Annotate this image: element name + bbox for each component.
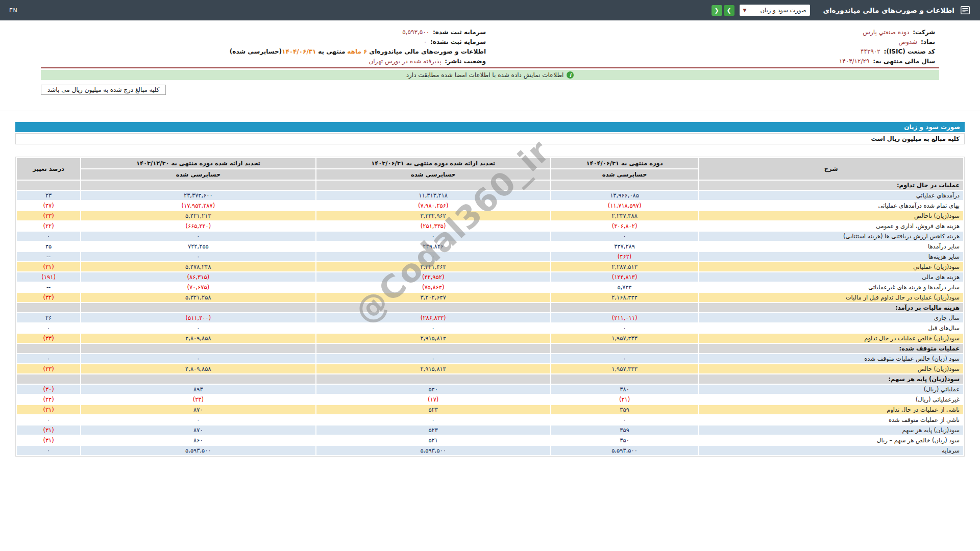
value-cell: (۴۶۲) (551, 252, 699, 262)
value-cell (81, 180, 315, 190)
period-middle: منتهی به (318, 48, 345, 55)
change-percent-cell (16, 180, 81, 190)
nav-next-button[interactable]: ❯ (724, 5, 734, 16)
statement-row: ناشي از عملیات متوقف شده۰۰۰۰ (16, 415, 964, 425)
value-cell: ۳۴۷,۲۸۹ (551, 241, 699, 252)
info-value: دوده صنعتي پارس (863, 29, 911, 36)
value-cell: ۵,۴۷۸,۲۴۸ (81, 262, 315, 272)
statement-row: سال‌های قبل۰۰۰۰ (16, 323, 964, 333)
value-cell: (۲۱۱,۰۱۱) (551, 313, 699, 323)
change-percent-cell: (۳۳) (16, 364, 81, 374)
value-cell (81, 303, 315, 313)
unregistered-capital-field: سرمایه ثبت نشده: ۰ (41, 37, 490, 46)
statement-title-bar: صورت سود و زیان (15, 122, 965, 132)
row-label: بهای تمام شده درآمدهای عملیاتی (698, 201, 964, 211)
value-cell: (۱۱,۷۱۸,۵۹۷) (551, 201, 699, 211)
section-row: هزینه مالیات بر درآمد: (16, 303, 964, 313)
info-label: سرمایه ثبت نشده: (430, 38, 486, 45)
value-cell (551, 180, 699, 190)
statement-row: هزینه های فروش، اداری و عمومی(۳۰۶,۸۰۲)(۲… (16, 221, 964, 231)
value-cell: ۰ (551, 415, 699, 425)
statement-row: هزینه کاهش ارزش دریافتنی ها (هزینه استثن… (16, 231, 964, 241)
value-cell: ۵,۴۲۱,۲۱۳ (81, 211, 315, 221)
value-cell: ۳۸۰ (551, 384, 699, 394)
info-value: ۴۴۲۹۰۲ (861, 48, 882, 55)
row-label: سود (زیان) خالص عملیات متوقف شده (698, 354, 964, 364)
value-cell: ۳۵۹ (551, 405, 699, 415)
row-label: عملیات در حال تداوم: (698, 180, 964, 190)
row-label: هزینه مالیات بر درآمد: (698, 303, 964, 313)
period-prefix: اطلاعات و صورت‌های مالی میاندوره‌ای (369, 48, 486, 55)
change-percent-cell: (۳۱) (16, 425, 81, 435)
value-cell: ۵,۷۴۴ (551, 282, 699, 292)
issuer-status-field: وضعیت ناشر: پذیرفته شده در بورس تهران (41, 56, 490, 66)
column-header-change-percent: درصد تغییر (16, 158, 81, 180)
statement-nav-buttons: ❯ ❮ (712, 5, 734, 16)
column-header-period-current: دوره منتهی به ۱۴۰۴/۰۶/۳۱ (551, 158, 699, 169)
value-cell: ۵۴۰ (316, 384, 551, 394)
company-info-table: شرکت: دوده صنعتي پارس سرمایه ثبت شده: ۵,… (41, 27, 939, 66)
statement-row: سود(زیان) عملیاتي۲,۲۸۷,۵۱۳۳,۳۲۱,۴۶۳۵,۴۷۸… (16, 262, 964, 272)
info-circle-icon: i (567, 71, 574, 79)
statement-row: هزینه های مالی(۱۲۴,۸۱۳)(۴۲,۹۵۲)(۸۶,۳۱۵)(… (16, 272, 964, 282)
language-toggle[interactable]: EN (9, 7, 17, 14)
period-duration: ۶ ماهه (347, 48, 367, 55)
section-row: سود(زیان) پایه هر سهم: (16, 374, 964, 384)
row-label: سود(زیان) پایه هر سهم (698, 425, 964, 435)
change-percent-cell: (۳۳) (16, 211, 81, 221)
value-cell: (۷۰,۶۷۵) (81, 282, 315, 292)
statement-row: سایر درآمدها۳۴۷,۲۸۹۲۳۹,۸۲۶۷۲۲,۲۵۵۴۵ (16, 241, 964, 252)
row-label: سایر درآمدها و هزینه های غیرعملیاتی (698, 282, 964, 292)
value-cell: (۲۸۶,۸۳۳) (316, 313, 551, 323)
value-cell: ۰ (551, 323, 699, 333)
row-label: هزینه های فروش، اداری و عمومی (698, 221, 964, 231)
amounts-unit-note-wrap: کلیه مبالغ درج شده به میلیون ریال می باش… (41, 84, 939, 95)
row-label: سود(زیان) خالص (698, 364, 964, 374)
change-percent-cell: ۰ (16, 445, 81, 456)
info-value: ۵,۵۹۳,۵۰۰ (402, 29, 431, 36)
statement-type-select[interactable]: صورت سود و زیان ▼ (740, 5, 810, 16)
value-cell: ۲,۲۴۷,۴۸۸ (551, 211, 699, 221)
value-cell: ۰ (81, 252, 315, 262)
value-cell: ۰ (81, 354, 315, 364)
row-label: درآمدهاي عملياتي (698, 190, 964, 201)
statement-row: سال جاری(۲۱۱,۰۱۱)(۲۸۶,۸۳۳)(۵۱۱,۴۰۰)۲۶ (16, 313, 964, 323)
statement-row: سود(زیان) پایه هر سهم۳۵۹۵۲۳۸۷۰(۳۱) (16, 425, 964, 435)
row-label: عملياتي (ریال) (698, 384, 964, 394)
statement-row: سود(زیان) خالص۱,۹۵۷,۴۳۳۲,۹۱۵,۸۱۴۴,۸۰۹,۸۵… (16, 364, 964, 374)
info-label: وضعیت ناشر: (445, 58, 486, 65)
statement-select-value: صورت سود و زیان (761, 7, 806, 14)
signed-info-banner-text: اطلاعات نمایش داده شده با اطلاعات امضا ش… (406, 71, 564, 79)
value-cell: ۵۲۱ (316, 435, 551, 445)
value-cell: ۱,۹۵۷,۴۳۳ (551, 333, 699, 343)
value-cell: ۵,۳۲۱,۲۵۸ (81, 292, 315, 303)
value-cell: ۲,۹۱۵,۸۱۴ (316, 333, 551, 343)
change-percent-cell: -- (16, 252, 81, 262)
statement-row: سایر هزینه‌ها(۴۶۲)۰۰-- (16, 252, 964, 262)
change-percent-cell (16, 303, 81, 313)
statement-row: سود (زیان) خالص هر سهم – ریال۳۵۰۵۲۱۸۶۰(۳… (16, 435, 964, 445)
value-cell: ۱۱,۳۱۳,۲۱۸ (316, 190, 551, 201)
value-cell (316, 374, 551, 384)
value-cell: ۱,۹۵۷,۴۳۳ (551, 364, 699, 374)
value-cell: ۵,۵۹۳,۵۰۰ (81, 445, 315, 456)
statement-unit-note: کلیه مبالغ به میلیون ریال است (15, 133, 965, 144)
page-title: اطلاعات و صورت‌های مالی میاندوره‌ای (823, 6, 954, 14)
value-cell: (۱۷) (316, 394, 551, 405)
change-percent-cell: (۳۳) (16, 333, 81, 343)
value-cell: (۱۲۴,۸۱۳) (551, 272, 699, 282)
value-cell: (۷,۹۸۰,۲۵۶) (316, 201, 551, 211)
fiscal-year-end-field: سال مالی منتهی به: ۱۴۰۴/۱۲/۲۹ (490, 56, 939, 66)
value-cell (81, 343, 315, 354)
change-percent-cell: (۲۲) (16, 221, 81, 231)
signed-info-banner: i اطلاعات نمایش داده شده با اطلاعات امضا… (41, 70, 939, 80)
info-value: شدوص (899, 38, 919, 45)
value-cell: ۲,۹۱۵,۸۱۴ (316, 364, 551, 374)
value-cell: ۵۲۳ (316, 425, 551, 435)
value-cell (551, 343, 699, 354)
change-percent-cell: ۲۶ (16, 313, 81, 323)
nav-prev-button[interactable]: ❮ (712, 5, 722, 16)
change-percent-cell: -- (16, 282, 81, 292)
row-label: سود(زیان) خالص عملیات در حال تداوم (698, 333, 964, 343)
value-cell: (۶۶۵,۲۲۰) (81, 221, 315, 231)
